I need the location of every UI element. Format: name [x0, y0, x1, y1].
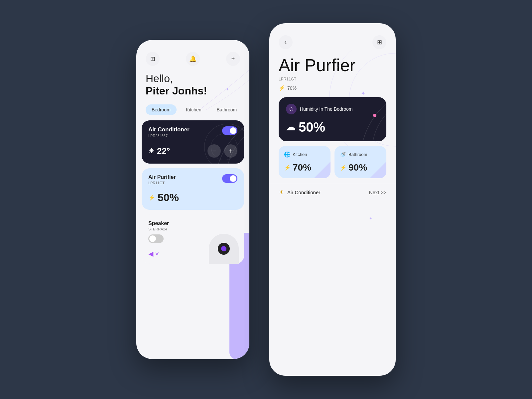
- bathroom-card-decoration: [370, 162, 386, 178]
- right-header: ‹ ⊞: [269, 23, 396, 56]
- sparkle-mid-icon: ✦: [369, 216, 372, 221]
- left-header: ⊞ 🔔 +: [136, 40, 249, 70]
- ac-temperature: ☀ 22°: [148, 146, 170, 156]
- power-value: 70%: [287, 85, 297, 91]
- ac-info: Air Conditioner LPR234567: [148, 126, 190, 138]
- kitchen-card: 🌐 Kitchen ⚡ 70%: [279, 146, 331, 178]
- ac-bottom-row: ☀ 22° − +: [148, 144, 237, 158]
- cloud-icon: ☁: [286, 122, 295, 133]
- device-power: ⚡ 70%: [279, 85, 386, 91]
- bathroom-card-header: 🚿 Bathroom: [340, 151, 381, 158]
- bottom-bar: ☀ Air Conditioner Next >>: [269, 183, 396, 201]
- back-icon: ‹: [284, 38, 287, 47]
- kitchen-lightning-icon: ⚡: [284, 165, 291, 171]
- device-id: LPR11GT: [279, 77, 386, 81]
- ac-bottom-label: Air Conditioner: [287, 190, 320, 195]
- next-button[interactable]: Next >>: [369, 190, 386, 195]
- sun-icon: ☀: [148, 147, 154, 155]
- left-phone: ⊞ 🔔 + Hello, Piter Jonhs! ✦ Bedroom Kitc…: [136, 40, 249, 359]
- tab-bathroom[interactable]: Bathroom: [211, 104, 243, 115]
- kitchen-card-header: 🌐 Kitchen: [284, 151, 325, 158]
- humidity-label: Humidity In The Bedroom: [300, 106, 352, 112]
- speaker-sound-icon: ◀ ×: [148, 250, 169, 258]
- room-tabs: Bedroom Kitchen Bathroom: [136, 103, 249, 120]
- bathroom-lightning-icon: ⚡: [340, 165, 346, 171]
- ac-toggle[interactable]: [222, 126, 237, 135]
- bell-icon: 🔔: [189, 55, 197, 63]
- air-conditioner-card: Air Conditioner LPR234567 ☀ 22° − +: [142, 120, 244, 164]
- add-button[interactable]: +: [226, 52, 240, 66]
- kitchen-card-decoration: [314, 162, 331, 178]
- speaker-info: Speaker STERRA24 ◀ ×: [148, 220, 169, 258]
- bottom-device: ☀ Air Conditioner: [279, 189, 320, 196]
- ac-bottom-icon: ☀: [279, 189, 284, 196]
- purifier-toggle[interactable]: [222, 174, 237, 183]
- device-info-section: Air Purfier LPR11GT ⚡ 70% ⬡ Humidity In …: [269, 56, 396, 178]
- right-grid-button[interactable]: ⊞: [372, 35, 386, 49]
- purifier-header: Air Purifier LPR11GT: [148, 174, 237, 185]
- device-title: Air Purfier: [279, 56, 386, 75]
- purifier-info: Air Purifier LPR11GT: [148, 174, 176, 185]
- speaker-id: STERRA24: [148, 227, 169, 231]
- purifier-id: LPR11GT: [148, 181, 176, 185]
- kitchen-icon: 🌐: [284, 151, 291, 158]
- ac-controls: − +: [207, 144, 237, 158]
- ac-header-row: Air Conditioner LPR234567: [148, 126, 237, 138]
- speaker-card: Speaker STERRA24 ◀ ×: [142, 214, 244, 264]
- bell-button[interactable]: 🔔: [186, 52, 200, 66]
- power-lightning-icon: ⚡: [279, 85, 285, 91]
- bathroom-card: 🚿 Bathroom ⚡ 90%: [334, 146, 386, 178]
- user-name: Piter Jonhs!: [146, 85, 240, 97]
- decrease-temp-button[interactable]: −: [207, 144, 221, 158]
- humidity-room-icon: ⬡: [286, 104, 297, 114]
- humidity-card: ⬡ Humidity In The Bedroom ☁ 50%: [279, 97, 386, 141]
- tab-kitchen[interactable]: Kitchen: [180, 104, 207, 115]
- hello-text: Hello,: [146, 72, 240, 85]
- speaker-toggle[interactable]: [148, 234, 164, 243]
- next-chevron-icon: >>: [380, 190, 386, 195]
- purifier-title: Air Purifier: [148, 174, 176, 180]
- increase-temp-button[interactable]: +: [224, 144, 237, 158]
- air-purifier-card: Air Purifier LPR11GT ⚡ 50%: [142, 168, 244, 210]
- right-grid-icon: ⊞: [377, 39, 382, 46]
- kitchen-label: Kitchen: [293, 152, 307, 157]
- small-cards-row: 🌐 Kitchen ⚡ 70% 🚿 Bathroom ⚡ 90%: [279, 146, 386, 178]
- back-button[interactable]: ‹: [279, 35, 293, 49]
- ac-id: LPR234567: [148, 134, 190, 138]
- purifier-percentage: ⚡ 50%: [148, 192, 237, 204]
- speaker-title: Speaker: [148, 220, 169, 226]
- pink-dot: [373, 114, 376, 117]
- humidity-header: ⬡ Humidity In The Bedroom: [286, 104, 379, 114]
- speaker-image: [209, 234, 239, 264]
- right-phone: ✦ ✦ ✦ ‹ ⊞ Air Purfier LPR11GT ⚡ 70%: [269, 23, 396, 376]
- next-label: Next: [369, 190, 379, 195]
- plus-icon: +: [231, 56, 235, 63]
- humidity-value: ☁ 50%: [286, 120, 379, 135]
- grid-button[interactable]: ⊞: [146, 52, 160, 66]
- ac-title: Air Conditioner: [148, 126, 190, 133]
- greeting-section: Hello, Piter Jonhs! ✦: [136, 70, 249, 103]
- bathroom-icon: 🚿: [340, 151, 346, 158]
- tab-bedroom[interactable]: Bedroom: [146, 104, 177, 115]
- grid-icon: ⊞: [150, 55, 155, 63]
- purifier-lightning-icon: ⚡: [148, 195, 155, 201]
- bathroom-label: Bathroom: [348, 152, 367, 157]
